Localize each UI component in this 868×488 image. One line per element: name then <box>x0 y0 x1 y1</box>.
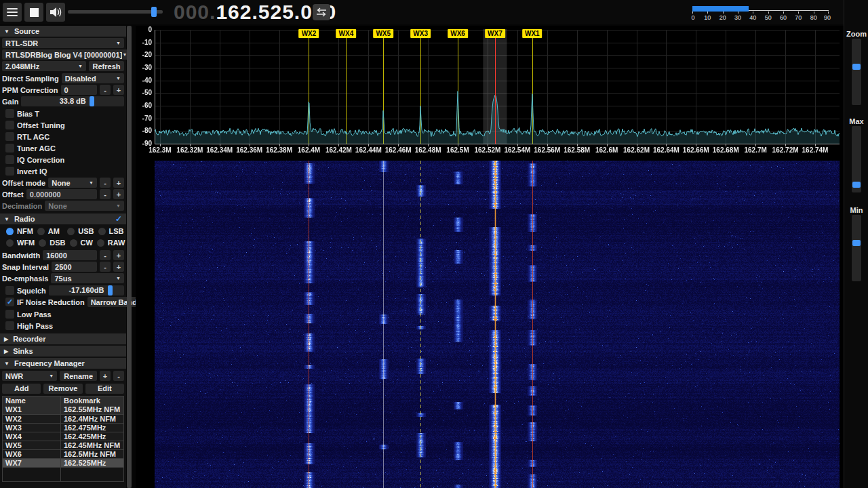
snap-interval-input[interactable]: 2500 <box>52 262 97 272</box>
offset-mode-dropdown[interactable]: None ▼ <box>48 178 97 188</box>
offset-mode-increment-button[interactable]: + <box>113 178 124 188</box>
chevron-down-icon: ▼ <box>116 276 121 281</box>
bookmark-row-wx1[interactable]: WX1162.55MHz NFM <box>3 405 123 414</box>
samplerate-dropdown[interactable]: 2.048MHz ▼ <box>2 61 86 71</box>
ppm-increment-button[interactable]: + <box>113 85 124 95</box>
mode-radio-lsb[interactable]: LSB <box>94 226 124 236</box>
zoom-slider-handle[interactable] <box>852 64 861 70</box>
gain-slider-handle[interactable] <box>90 96 94 106</box>
source-driver-dropdown[interactable]: RTL-SDR ▼ <box>2 38 124 48</box>
volume-mute-button[interactable] <box>46 3 65 22</box>
remove-list-button[interactable]: - <box>113 371 124 381</box>
snap-increment-button[interactable]: + <box>113 262 124 272</box>
ppm-decrement-button[interactable]: - <box>100 85 111 95</box>
mode-radio-am[interactable]: AM <box>33 226 63 236</box>
bandwidth-decrement-button[interactable]: - <box>100 250 111 260</box>
sinks-section-header[interactable]: ▶ Sinks <box>0 346 126 357</box>
bookmark-marker-wx1[interactable]: WX1 <box>522 29 542 38</box>
rename-list-button[interactable]: Rename <box>60 371 97 381</box>
bookmark-row-wx3[interactable]: WX3162.475MHz NFM <box>3 423 123 432</box>
decimation-dropdown[interactable]: None ▼ <box>45 201 124 211</box>
sidebar-scrollbar[interactable] <box>127 26 132 488</box>
mode-radio-nfm[interactable]: NFM <box>2 226 33 236</box>
bookmark-row-wx4[interactable]: WX4162.425MHz NFM <box>3 432 123 441</box>
stop-button[interactable] <box>24 3 43 22</box>
ifnr-checkbox[interactable]: ✓ <box>5 298 14 306</box>
bookmark-marker-wx3[interactable]: WX3 <box>410 29 431 38</box>
remove-bookmark-button[interactable]: Remove <box>43 384 82 394</box>
add-list-button[interactable]: + <box>100 371 111 381</box>
bookmark-row-wx7[interactable]: WX7162.525MHz NFM <box>3 458 123 467</box>
bookmark-marker-wx5[interactable]: WX5 <box>373 29 393 38</box>
add-bookmark-button[interactable]: Add <box>2 384 41 394</box>
fft-x-tick-label: 162.66M <box>683 146 709 154</box>
offset-mode-decrement-button[interactable]: - <box>100 178 111 188</box>
volume-slider-handle[interactable] <box>151 7 157 17</box>
deemphasis-dropdown[interactable]: 75us ▼ <box>51 273 124 283</box>
lowpass-checkbox[interactable] <box>5 310 14 319</box>
fft-x-tick-label: 162.3M <box>149 146 171 154</box>
mode-radio-wfm[interactable]: WFM <box>2 238 35 247</box>
bookmark-marker-wx2[interactable]: WX2 <box>299 29 319 38</box>
bookmark-marker-wx7[interactable]: WX7 <box>485 29 505 38</box>
bookmark-row-wx6[interactable]: WX6162.5MHz NFM <box>3 449 123 458</box>
min-slider[interactable] <box>852 215 861 281</box>
radio-enabled-checkmark-icon[interactable]: ✓ <box>115 214 122 224</box>
squelch-label: Squelch <box>17 287 46 295</box>
ppm-correction-input[interactable]: 0 <box>61 85 97 95</box>
squelch-slider-handle[interactable] <box>108 285 113 296</box>
offset-increment-button[interactable]: + <box>113 189 124 199</box>
mode-radio-dsb[interactable]: DSB <box>35 238 65 247</box>
edit-bookmark-button[interactable]: Edit <box>85 384 124 394</box>
bookmark-marker-wx6[interactable]: WX6 <box>448 29 468 38</box>
fft-spectrum-plot[interactable] <box>136 26 844 161</box>
tuning-mode-button[interactable] <box>313 4 330 20</box>
squelch-checkbox[interactable] <box>5 286 14 295</box>
snap-decrement-button[interactable]: - <box>100 262 111 272</box>
zoom-slider[interactable] <box>852 39 861 105</box>
min-slider-handle[interactable] <box>852 240 861 246</box>
mode-label: AM <box>48 227 60 235</box>
source-section-header[interactable]: ▼ Source <box>0 26 126 37</box>
collapse-arrow-icon: ▶ <box>4 336 8 342</box>
checkbox-tuner-agc[interactable] <box>5 144 14 152</box>
volume-slider[interactable] <box>68 10 163 14</box>
mode-radio-cw[interactable]: CW <box>66 238 93 247</box>
mode-radio-raw[interactable]: RAW <box>93 238 125 247</box>
checkbox-iq-correction[interactable] <box>5 155 14 164</box>
checkbox-invert-iq[interactable] <box>5 167 14 176</box>
snr-tick-mark <box>828 12 829 14</box>
bandwidth-increment-button[interactable]: + <box>113 250 124 260</box>
bookmark-marker-wx4[interactable]: WX4 <box>336 29 357 38</box>
checkbox-offset-tuning[interactable] <box>5 121 14 129</box>
radio-section-header[interactable]: ▼ Radio ✓ <box>0 214 126 224</box>
bookmark-list-dropdown[interactable]: NWR ▼ <box>2 371 57 381</box>
bandwidth-input[interactable]: 16000 <box>43 250 97 260</box>
checkbox-bias-t[interactable] <box>5 109 14 118</box>
bookmark-row-wx2[interactable]: WX2162.4MHz NFM <box>3 414 123 423</box>
direct-sampling-dropdown[interactable]: Disabled ▼ <box>62 73 124 83</box>
offset-input[interactable]: 0.000000 <box>26 189 97 199</box>
highpass-checkbox[interactable] <box>5 321 14 330</box>
max-slider-handle[interactable] <box>852 182 861 188</box>
fft-x-tick-label: 162.62M <box>623 146 650 154</box>
snr-tick-mark <box>814 12 814 14</box>
bandwidth-value: 16000 <box>46 251 67 260</box>
gain-slider[interactable]: 33.8 dB <box>21 96 124 106</box>
menu-button[interactable] <box>3 3 22 22</box>
bookmark-frequency: 162.4MHz NFM <box>61 415 123 423</box>
waterfall-plot[interactable] <box>136 161 844 488</box>
mode-radio-usb[interactable]: USB <box>63 226 94 236</box>
squelch-slider[interactable]: -17.160dB <box>49 285 124 296</box>
ppm-correction-value: 0 <box>64 86 68 94</box>
sidebar-scrollbar-thumb[interactable] <box>127 26 132 488</box>
max-slider[interactable] <box>852 126 861 192</box>
offset-decrement-button[interactable]: - <box>100 189 111 199</box>
checkbox-rtl-agc[interactable] <box>5 132 14 141</box>
frequency-manager-section-header[interactable]: ▼ Frequency Manager <box>0 358 126 369</box>
source-device-dropdown[interactable]: RTLSDRBlog Blog V4 [00000001] ▼ <box>2 49 130 60</box>
recorder-section-header[interactable]: ▶ Recorder <box>0 333 126 344</box>
bookmark-row-wx5[interactable]: WX5162.45MHz NFM <box>3 441 123 449</box>
refresh-button[interactable]: Refresh <box>89 61 124 71</box>
plus-icon: + <box>103 372 107 380</box>
